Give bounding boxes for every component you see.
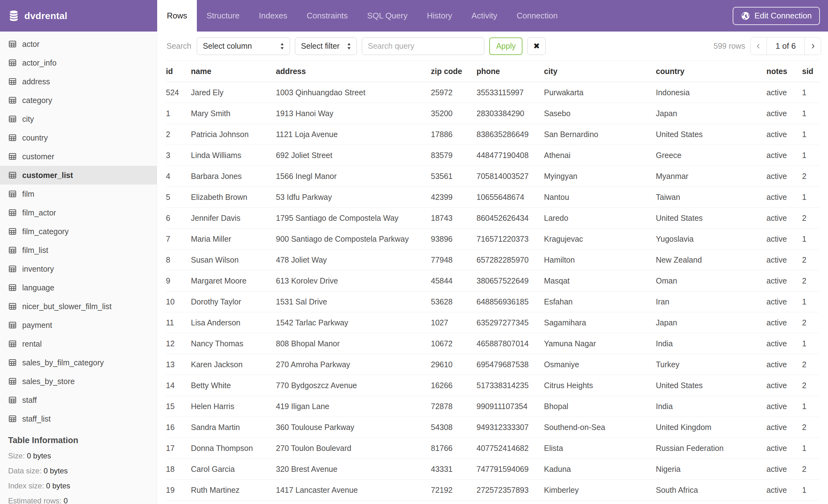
- column-header-address[interactable]: address: [276, 61, 431, 82]
- cell-id: 524: [166, 82, 191, 103]
- sidebar-item-label: customer_list: [22, 171, 73, 180]
- cell-address: 613 Korolev Drive: [276, 270, 431, 291]
- table-row[interactable]: 9Margaret Moore613 Korolev Drive45844380…: [166, 270, 819, 291]
- column-header-notes[interactable]: notes: [767, 61, 802, 82]
- cell-name: Helen Harris: [191, 396, 276, 417]
- sidebar-item-customer[interactable]: customer: [0, 147, 157, 166]
- table-row[interactable]: 3Linda Williams692 Joliet Street83579448…: [166, 145, 819, 166]
- cell-city: Nantou: [544, 187, 656, 208]
- tab-activity[interactable]: Activity: [462, 0, 507, 32]
- cell-name: Patricia Johnson: [191, 124, 276, 145]
- filter-select[interactable]: Select filter: [295, 38, 357, 55]
- table-icon: [8, 114, 17, 123]
- table-row[interactable]: 16Sandra Martin360 Toulouse Parkway54308…: [166, 417, 819, 438]
- sidebar-item-film_category[interactable]: film_category: [0, 222, 157, 241]
- table-row[interactable]: 15Helen Harris419 Iligan Lane72878990911…: [166, 396, 819, 417]
- tab-rows[interactable]: Rows: [157, 0, 197, 32]
- table-row[interactable]: 1Mary Smith1913 Hanoi Way352002830338429…: [166, 103, 819, 124]
- cell-sid: 2: [802, 459, 819, 479]
- sidebar-item-staff_list[interactable]: staff_list: [0, 409, 157, 428]
- table-icon: [8, 227, 17, 236]
- tab-connection[interactable]: Connection: [507, 0, 568, 32]
- tab-history[interactable]: History: [417, 0, 462, 32]
- table-row[interactable]: 18Carol Garcia320 Brest Avenue4333174779…: [166, 459, 819, 479]
- cell-city: Purwakarta: [544, 82, 656, 103]
- cell-sid: 1: [802, 124, 819, 145]
- next-page-button[interactable]: [805, 38, 821, 55]
- table-row[interactable]: 19Ruth Martinez1417 Lancaster Avenue7219…: [166, 479, 819, 501]
- table-row[interactable]: 8Susan Wilson478 Joliet Way7794865728228…: [166, 249, 819, 270]
- sidebar-item-city[interactable]: city: [0, 109, 157, 128]
- table-row[interactable]: 6Jennifer Davis1795 Santiago de Composte…: [166, 208, 819, 229]
- sidebar-item-country[interactable]: country: [0, 128, 157, 147]
- sidebar-item-rental[interactable]: rental: [0, 334, 157, 353]
- column-select[interactable]: Select column: [197, 38, 290, 55]
- cell-address: 1795 Santiago de Compostela Way: [276, 208, 431, 229]
- table-row[interactable]: 12Nancy Thomas808 Bhopal Manor1067246588…: [166, 333, 819, 354]
- cell-address: 53 Idfu Parkway: [276, 187, 431, 208]
- table-row[interactable]: 13Karen Jackson270 Amroha Parkway2961069…: [166, 354, 819, 375]
- cell-country: Yugoslavia: [656, 229, 767, 249]
- cell-country: South Africa: [656, 479, 767, 501]
- table-row[interactable]: 524Jared Ely1003 Qinhuangdao Street25972…: [166, 82, 819, 103]
- info-row: Size: 0 bytes: [8, 448, 149, 463]
- cell-id: 10: [166, 291, 191, 312]
- sidebar-item-sales_by_film_category[interactable]: sales_by_film_category: [0, 353, 157, 372]
- table-row[interactable]: 5Elizabeth Brown53 Idfu Parkway423991065…: [166, 187, 819, 208]
- cell-city: Kragujevac: [544, 229, 656, 249]
- table-row[interactable]: 14Betty White770 Bydgoszcz Avenue1626651…: [166, 375, 819, 396]
- apply-button[interactable]: Apply: [489, 38, 523, 55]
- tab-sql-query[interactable]: SQL Query: [358, 0, 417, 32]
- cell-sid: 2: [802, 208, 819, 229]
- cell-country: Turkey: [656, 354, 767, 375]
- table-row[interactable]: 11Lisa Anderson1542 Tarlac Parkway102763…: [166, 312, 819, 333]
- cell-zip-code: 42399: [431, 187, 477, 208]
- sidebar-item-nicer_but_slower_film_list[interactable]: nicer_but_slower_film_list: [0, 297, 157, 316]
- column-header-phone[interactable]: phone: [477, 61, 544, 82]
- topbar: dvdrental RowsStructureIndexesConstraint…: [0, 0, 828, 32]
- sidebar-item-payment[interactable]: payment: [0, 316, 157, 334]
- table-row[interactable]: 10Dorothy Taylor1531 Sal Drive5362864885…: [166, 291, 819, 312]
- sidebar-item-inventory[interactable]: inventory: [0, 260, 157, 278]
- clear-search-button[interactable]: ✖: [528, 38, 545, 55]
- sidebar-item-address[interactable]: address: [0, 72, 157, 91]
- sidebar-item-film[interactable]: film: [0, 185, 157, 203]
- cell-address: 692 Joliet Street: [276, 145, 431, 166]
- table-row[interactable]: 17Donna Thompson270 Toulon Boulevard8176…: [166, 438, 819, 459]
- cell-zip-code: 16266: [431, 375, 477, 396]
- cell-city: Osmaniye: [544, 354, 656, 375]
- cell-address: 1913 Hanoi Way: [276, 103, 431, 124]
- sidebar-item-actor[interactable]: actor: [0, 35, 157, 53]
- table-row[interactable]: 2Patricia Johnson1121 Loja Avenue1788683…: [166, 124, 819, 145]
- sidebar-item-film_list[interactable]: film_list: [0, 241, 157, 260]
- edit-connection-button[interactable]: Edit Connection: [733, 7, 820, 25]
- cell-zip-code: 72192: [431, 479, 477, 501]
- column-header-name[interactable]: name: [191, 61, 276, 82]
- cell-city: Athenai: [544, 145, 656, 166]
- cell-zip-code: 81766: [431, 438, 477, 459]
- column-header-sid[interactable]: sid: [802, 61, 819, 82]
- search-query-input[interactable]: [362, 38, 484, 55]
- sidebar-item-customer_list[interactable]: customer_list: [0, 166, 157, 185]
- previous-page-button[interactable]: [750, 38, 767, 55]
- table-icon: [8, 396, 17, 404]
- sidebar-item-film_actor[interactable]: film_actor: [0, 203, 157, 222]
- sidebar-item-language[interactable]: language: [0, 278, 157, 297]
- tab-constraints[interactable]: Constraints: [297, 0, 358, 32]
- column-header-city[interactable]: city: [544, 61, 656, 82]
- tab-indexes[interactable]: Indexes: [249, 0, 297, 32]
- cell-country: Myanmar: [656, 166, 767, 187]
- column-header-country[interactable]: country: [656, 61, 767, 82]
- sidebar-item-sales_by_store[interactable]: sales_by_store: [0, 372, 157, 391]
- column-header-zip-code[interactable]: zip code: [431, 61, 477, 82]
- sidebar-item-staff[interactable]: staff: [0, 391, 157, 409]
- sidebar-item-actor_info[interactable]: actor_info: [0, 53, 157, 72]
- cell-address: 419 Iligan Lane: [276, 396, 431, 417]
- column-header-id[interactable]: id: [166, 61, 191, 82]
- table-row[interactable]: 7Maria Miller900 Santiago de Compostela …: [166, 229, 819, 249]
- table-icon: [8, 283, 17, 292]
- cell-city: Hamilton: [544, 249, 656, 270]
- sidebar-item-category[interactable]: category: [0, 91, 157, 109]
- tab-structure[interactable]: Structure: [197, 0, 249, 32]
- table-row[interactable]: 4Barbara Jones1566 Inegl Manor5356170581…: [166, 166, 819, 187]
